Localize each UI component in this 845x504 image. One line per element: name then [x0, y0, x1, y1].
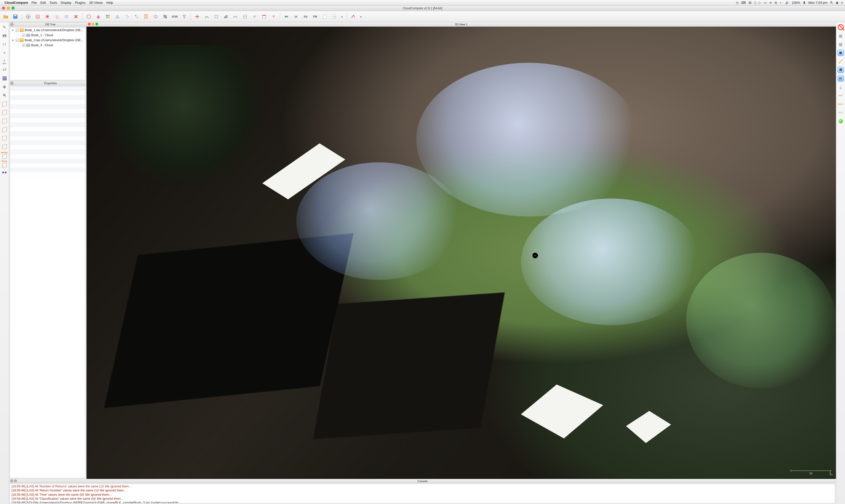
- status-battery-icon[interactable]: 🔋︎: [803, 1, 806, 4]
- sample-points-button[interactable]: [123, 12, 131, 21]
- view-top-icon[interactable]: [1, 101, 8, 108]
- window-titlebar[interactable]: CloudCompare v2.9.1 [64-bit]: [0, 5, 845, 11]
- zoom-tool-icon[interactable]: 🔍︎: [1, 92, 8, 99]
- disable-button[interactable]: [837, 24, 844, 31]
- calendar-button[interactable]: [260, 12, 268, 21]
- status-dropbox-icon[interactable]: ⧉: [775, 1, 777, 5]
- panel-pin-icon[interactable]: [10, 23, 14, 26]
- add-scalar-button[interactable]: +: [269, 12, 278, 21]
- edit-tool-icon[interactable]: ✎: [1, 24, 8, 31]
- subwindow-minimize-button[interactable]: [92, 23, 94, 25]
- kd-button[interactable]: Kd: [301, 12, 310, 21]
- menu-3dviews[interactable]: 3D Views: [89, 1, 103, 4]
- view-bottom-icon[interactable]: [1, 135, 8, 142]
- dbtree-header[interactable]: DB Tree: [9, 22, 86, 26]
- move-tool-icon[interactable]: ✥: [1, 84, 8, 90]
- color-scale-button[interactable]: [282, 12, 291, 21]
- tree-checkbox[interactable]: ✓: [22, 44, 25, 47]
- console-body[interactable]: [18:59:48] [LAS] All 'Number of Returns'…: [10, 484, 835, 503]
- status-wifi-icon[interactable]: ᯤ: [779, 1, 783, 4]
- view-front-icon[interactable]: [1, 109, 8, 116]
- status-sync-icon[interactable]: ◎: [736, 1, 739, 4]
- tree-checkbox[interactable]: ✓: [16, 39, 19, 42]
- toolbar-overflow-button[interactable]: »: [340, 12, 345, 21]
- point-size-plus-button[interactable]: [43, 12, 52, 21]
- window-zoom-button[interactable]: [12, 6, 15, 10]
- crop-button[interactable]: [212, 12, 221, 21]
- compass-icon[interactable]: 🧭︎: [837, 66, 844, 73]
- segment-button[interactable]: [203, 12, 211, 21]
- delete-button[interactable]: [72, 12, 80, 21]
- properties-header[interactable]: Properties: [9, 81, 86, 86]
- status-siri-icon[interactable]: ◉: [836, 1, 839, 4]
- histogram-button[interactable]: [222, 12, 230, 21]
- filter-noise-button[interactable]: [180, 12, 189, 21]
- translate-rotate-button[interactable]: [193, 12, 202, 21]
- broom-icon[interactable]: 🧹: [837, 58, 844, 65]
- toolbar-overflow-2-button[interactable]: »: [358, 12, 363, 21]
- open-button[interactable]: [1, 12, 10, 21]
- color-by-scalar-button[interactable]: [85, 12, 93, 21]
- cube-tool-icon[interactable]: [1, 75, 8, 82]
- normals-plugin-icon[interactable]: →N: [837, 84, 844, 90]
- stats-button[interactable]: [231, 12, 240, 21]
- csv-button[interactable]: CSV: [330, 12, 339, 21]
- app-name[interactable]: CloudCompare: [4, 1, 28, 4]
- fm-button[interactable]: FM: [311, 12, 320, 21]
- cc-button[interactable]: CC CC: [142, 12, 150, 21]
- menu-help[interactable]: Help: [106, 1, 113, 4]
- m3c2-plugin-icon[interactable]: M3C2: [837, 101, 844, 108]
- auto-center-icon[interactable]: +auto: [1, 58, 8, 65]
- swap-view-icon[interactable]: ⮂: [1, 66, 8, 73]
- view-back-icon[interactable]: [1, 143, 8, 150]
- view-right-icon[interactable]: [1, 126, 8, 133]
- viewport-3d[interactable]: + 10: [87, 26, 836, 479]
- save-button[interactable]: [11, 12, 20, 21]
- pdf-button[interactable]: [321, 12, 329, 21]
- status-battery-percent[interactable]: 100%: [792, 1, 800, 4]
- segment-polyline-button[interactable]: [349, 12, 357, 21]
- compute-sf-button[interactable]: [241, 12, 249, 21]
- status-bluetooth-icon[interactable]: ⧺: [769, 1, 772, 4]
- view3d-header[interactable]: 3D View 1: [87, 22, 836, 26]
- status-display-icon[interactable]: ▭: [764, 1, 767, 4]
- status-shield-icon[interactable]: ⌺: [754, 1, 756, 4]
- tree-disclosure-icon[interactable]: ▼: [12, 29, 15, 32]
- tree-checkbox[interactable]: ✓: [22, 34, 25, 37]
- panel-pin-icon[interactable]: [10, 480, 13, 482]
- sor-filter-button[interactable]: SOR: [171, 12, 179, 21]
- normals-button[interactable]: [94, 12, 103, 21]
- properties-button[interactable]: [33, 12, 42, 21]
- status-clock[interactable]: Mon 7:03 pm: [809, 1, 828, 4]
- subsample-grid-button[interactable]: [161, 12, 170, 21]
- mesh-button[interactable]: [113, 12, 122, 21]
- label-connected-button[interactable]: [132, 12, 141, 21]
- status-notifications-icon[interactable]: ≡: [841, 1, 843, 4]
- filter-by-value-button[interactable]: ≡: [250, 12, 259, 21]
- status-volume-icon[interactable]: 🔊: [785, 1, 789, 4]
- pick-button[interactable]: [24, 12, 32, 21]
- properties-panel[interactable]: [10, 86, 86, 478]
- tree-file-row[interactable]: ▼ ✓ Boab_3.las (/Users/slevick/Dropbox (…: [10, 38, 85, 43]
- pcv-plugin-icon[interactable]: PCV: [837, 109, 844, 116]
- dbtree[interactable]: ▼ ✓ Boab_1.las (/Users/slevick/Dropbox (…: [10, 28, 86, 80]
- one-to-one-icon[interactable]: 1:1: [1, 41, 8, 48]
- console-header[interactable]: Console: [9, 479, 836, 483]
- status-keyboard-icon[interactable]: ⌨︎: [741, 1, 746, 4]
- tree-cloud-row[interactable]: └ ✓ Boab_3 - Cloud: [10, 43, 85, 48]
- sf-display-button[interactable]: SF: [292, 12, 300, 21]
- menu-display[interactable]: Display: [61, 1, 71, 4]
- ssao-shader-icon[interactable]: ▩: [837, 41, 844, 48]
- edl-shader-icon[interactable]: ▦: [837, 32, 844, 39]
- flickr-tool-icon[interactable]: ●●: [1, 169, 8, 176]
- menu-tools[interactable]: Tools: [50, 1, 57, 4]
- camera-tool-icon[interactable]: 📷︎: [1, 32, 8, 39]
- view-back-label-icon[interactable]: BACK: [1, 160, 8, 167]
- panel-pin-icon[interactable]: [10, 82, 14, 85]
- status-play-icon[interactable]: ▷: [759, 1, 761, 4]
- window-close-button[interactable]: [2, 6, 5, 10]
- status-spotlight-icon[interactable]: 🔍︎: [830, 1, 833, 4]
- tree-checkbox[interactable]: ✓: [16, 29, 19, 32]
- view-left-icon[interactable]: [1, 118, 8, 125]
- menu-file[interactable]: File: [31, 1, 37, 4]
